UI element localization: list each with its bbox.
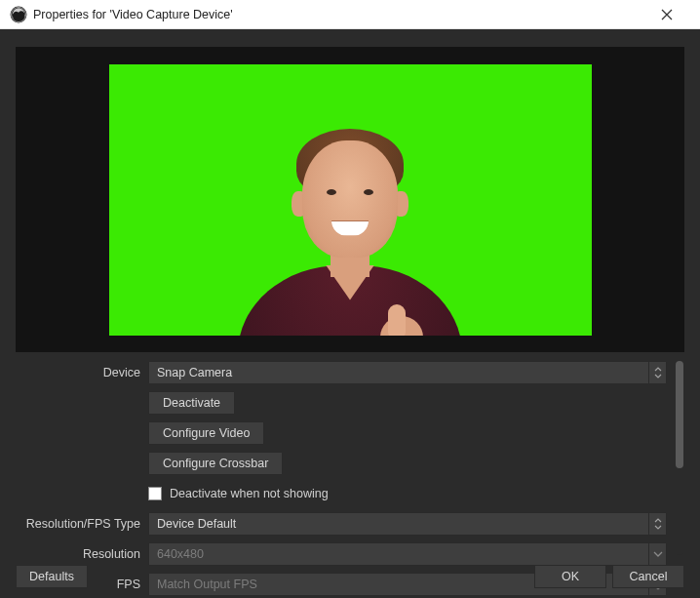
resolution-fps-type-label: Resolution/FPS Type — [26, 517, 140, 531]
resolution-value: 640x480 — [157, 547, 204, 561]
defaults-button[interactable]: Defaults — [16, 565, 88, 588]
configure-video-button[interactable]: Configure Video — [148, 421, 264, 445]
device-label: Device — [103, 366, 140, 379]
window-title: Properties for 'Video Capture Device' — [33, 8, 647, 21]
scrollbar-thumb[interactable] — [676, 361, 683, 468]
deactivate-button[interactable]: Deactivate — [148, 391, 235, 415]
chevron-down-icon[interactable] — [648, 543, 666, 565]
resolution-select[interactable]: 640x480 — [148, 542, 667, 566]
preview-person — [223, 111, 477, 336]
resolution-fps-type-select[interactable]: Device Default — [148, 512, 667, 536]
properties-form: Device Snap Camera Deactivate Configure … — [16, 361, 675, 555]
deactivate-when-not-showing-label: Deactivate when not showing — [170, 487, 329, 500]
device-select[interactable]: Snap Camera — [148, 361, 667, 384]
form-scrollbar[interactable] — [675, 361, 684, 555]
dialog-footer: Defaults OK Cancel — [16, 565, 684, 588]
spinner-icon[interactable] — [648, 362, 666, 383]
ok-button[interactable]: OK — [534, 565, 606, 588]
deactivate-when-not-showing-checkbox[interactable] — [148, 487, 162, 500]
preview-frame — [16, 47, 684, 352]
resolution-fps-type-value: Device Default — [157, 517, 236, 531]
cancel-button[interactable]: Cancel — [612, 565, 684, 588]
close-icon[interactable] — [647, 1, 686, 28]
resolution-label: Resolution — [83, 547, 140, 561]
spinner-icon[interactable] — [648, 513, 666, 535]
configure-crossbar-button[interactable]: Configure Crossbar — [148, 452, 283, 475]
obs-logo-icon — [10, 6, 27, 23]
titlebar: Properties for 'Video Capture Device' — [0, 0, 700, 29]
dialog-body: Device Snap Camera Deactivate Configure … — [0, 29, 700, 598]
preview-area — [0, 29, 700, 352]
video-preview — [109, 64, 592, 336]
device-select-value: Snap Camera — [157, 366, 232, 379]
